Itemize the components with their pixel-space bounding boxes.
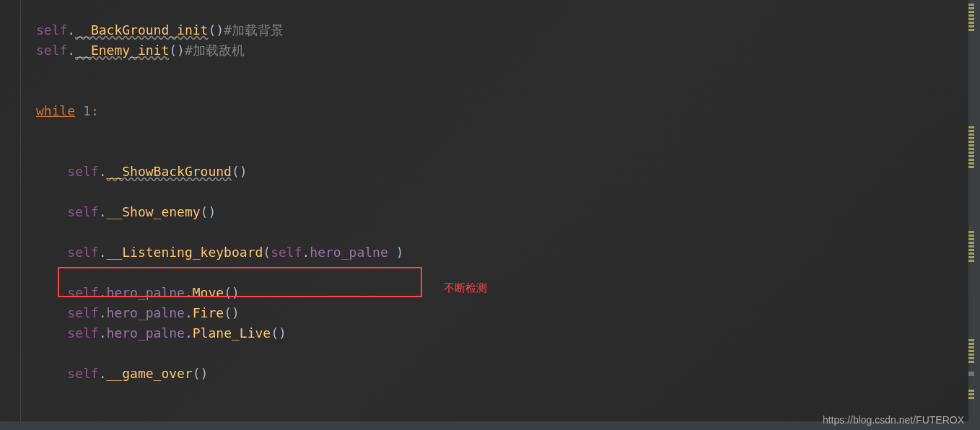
method-name: __Show_enemy (107, 204, 201, 219)
attribute: hero_palne (107, 325, 185, 341)
method-name: Move (193, 285, 224, 300)
comment: #加载敌机 (185, 43, 245, 58)
self-keyword: self (36, 22, 67, 38)
method-name: __ShowBackGround (107, 164, 232, 179)
self-keyword: self (67, 245, 98, 260)
method-name: __Listening_keyboard (107, 245, 263, 260)
code-line: self.__Listening_keyboard(self.hero_paln… (36, 242, 960, 263)
self-keyword: self (67, 204, 98, 219)
code-line-blank (36, 263, 960, 283)
annotation-label: 不断检测 (444, 281, 487, 295)
code-line: self.__game_over() (36, 364, 960, 384)
code-line: self.hero_palne.Fire() (36, 303, 960, 323)
code-line-blank (36, 222, 960, 242)
vertical-scrollbar[interactable] (968, 0, 980, 430)
self-keyword: self (67, 164, 98, 179)
code-line: self.__BackGround_init()#加载背景 (36, 20, 960, 40)
attribute: hero_palne (107, 285, 185, 300)
self-keyword: self (36, 43, 67, 58)
code-line-blank (36, 343, 960, 364)
code-line-blank (36, 81, 960, 101)
code-line-blank (36, 61, 960, 81)
method-name: __game_over (107, 366, 193, 381)
code-line: self.hero_palne.Plane_Live() (36, 323, 960, 343)
method-name: __BackGround_init (75, 22, 208, 38)
code-line: self.hero_palne.Move() (36, 283, 960, 303)
code-line: self.__Enemy_init()#加载敌机 (36, 40, 960, 61)
method-name: Plane_Live (193, 325, 271, 341)
comment: #加载背景 (224, 22, 284, 38)
attribute: hero_palne (310, 245, 388, 260)
code-line-blank (36, 182, 960, 202)
code-line-blank (36, 121, 960, 141)
self-keyword: self (67, 305, 98, 320)
code-line-blank (36, 141, 960, 162)
self-keyword: self (67, 366, 98, 381)
method-name: __Enemy_init (75, 43, 169, 58)
self-keyword: self (67, 285, 98, 300)
scrollbar-markers (967, 0, 974, 430)
code-editor[interactable]: self.__BackGround_init()#加载背景 self.__Ene… (0, 0, 960, 430)
attribute: hero_palne (107, 305, 185, 320)
number-literal: 1 (83, 103, 91, 118)
code-line: while 1: (36, 101, 960, 121)
while-keyword: while (36, 103, 75, 118)
code-line: self.__Show_enemy() (36, 202, 960, 222)
method-name: Fire (193, 305, 224, 320)
self-keyword: self (67, 325, 98, 341)
code-line: self.__ShowBackGround() (36, 162, 960, 182)
watermark-text: https://blog.csdn.net/FUTEROX (823, 414, 964, 426)
